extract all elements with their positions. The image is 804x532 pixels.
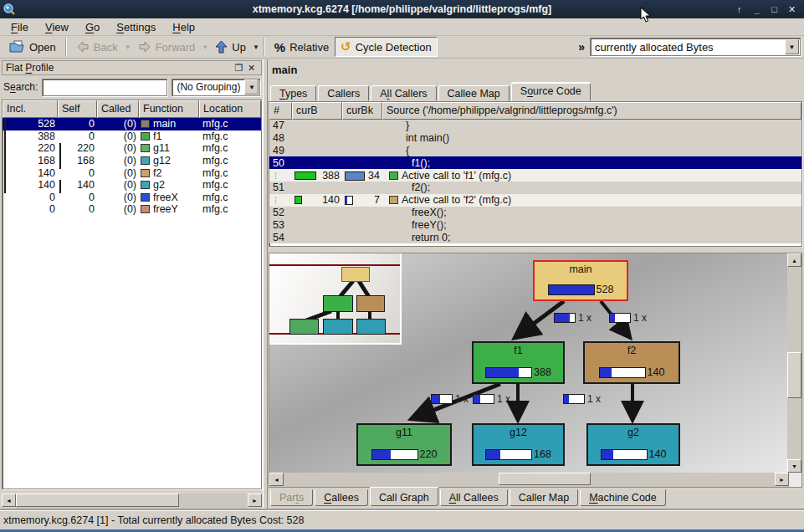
column-header-source[interactable]: Source ('/home/philippe/valgrind/littlep… [382,102,801,120]
source-header-row: # curB curBk Source ('/home/philippe/val… [269,102,801,120]
forward-button[interactable]: Forward [132,37,202,57]
grouping-select[interactable]: (No Grouping) ▼ [172,79,260,96]
table-row[interactable]: 0 0 (0) freeY mfg.c [3,203,261,216]
tab-caller-map[interactable]: Caller Map [510,489,578,506]
tree-marker-icon: ⋮ [269,171,292,180]
scrollbar-thumb[interactable] [499,473,591,485]
column-header-incl[interactable]: Incl. [3,100,58,118]
function-color-swatch [141,144,150,152]
toolbar-separator [65,38,67,56]
table-row[interactable]: 168 168 (0) g12 mfg.c [3,155,261,167]
graph-node-g11[interactable]: g11 220 [356,423,452,466]
back-button[interactable]: Back [70,37,124,57]
menu-view[interactable]: View [38,19,76,35]
dock-titlebar[interactable]: Flat Profile ❐ ✕ [2,60,262,75]
app-icon[interactable] [0,1,18,18]
function-color-swatch [141,181,150,189]
table-row[interactable]: 140 140 (0) g2 mfg.c [3,179,261,192]
tab-callee-map[interactable]: Callee Map [438,85,510,101]
tab-parts[interactable]: Parts [270,489,313,506]
dock-close-icon[interactable]: ✕ [245,63,258,74]
table-row[interactable]: 140 0 (0) f2 mfg.c [3,166,261,179]
graph-node-g12[interactable]: g12 168 [472,423,565,466]
flat-profile-hscrollbar[interactable]: ◄ ► [2,494,262,509]
tab-callers[interactable]: Callers [318,85,369,101]
scroll-left-icon[interactable]: ◄ [269,473,284,486]
back-dropdown-icon[interactable]: ▼ [124,43,132,51]
tab-source-code[interactable]: Source Code [511,83,591,101]
column-header-curbk[interactable]: curBk [342,102,382,120]
source-annotation[interactable]: ⋮ 140 7 Active call to 'f2' (mfg.c) [269,194,801,207]
source-code-view: # curB curBk Source ('/home/philippe/val… [269,101,802,247]
cost-bar [548,284,595,295]
source-annotation[interactable]: ⋮ 388 34 Active call to 'f1' (mfg.c) [269,169,801,182]
source-line[interactable]: 51 f2(); [269,182,801,194]
scroll-down-icon[interactable]: ▼ [787,459,801,473]
minimap-node-g11 [289,319,319,335]
minimize-icon[interactable]: _ [750,3,764,16]
toolbar-separator [264,38,265,56]
source-line[interactable]: 52 freeX(); [269,207,801,219]
call-graph-view[interactable]: main 528 f1 388 f2 140 g11 220 g12 168 g… [269,253,802,488]
up-dropdown-icon[interactable]: ▼ [252,43,260,51]
tab-callees[interactable]: Callees [315,489,368,506]
graph-vscrollbar[interactable]: ▲ ▼ [787,253,801,473]
forward-dropdown-icon[interactable]: ▼ [201,43,209,51]
column-header-curb[interactable]: curB [292,102,342,120]
source-line-selected[interactable]: 50 f1(); [269,156,801,169]
tab-all-callees[interactable]: All Callees [440,489,508,506]
tab-types[interactable]: Types [270,85,316,101]
toolbar-overflow-icon[interactable]: » [573,40,590,54]
graph-node-g2[interactable]: g2 140 [586,423,680,466]
shade-icon[interactable]: ↑ [732,3,746,16]
close-icon[interactable]: ✕ [785,3,799,16]
horizontal-splitter[interactable] [269,247,802,253]
graph-node-main[interactable]: main 528 [533,260,628,301]
up-button[interactable]: Up [209,37,252,57]
cost-bar [485,367,532,378]
menu-help[interactable]: Help [165,19,202,35]
graph-node-f2[interactable]: f2 140 [583,341,680,384]
scrollbar-thumb[interactable] [16,494,179,507]
table-row[interactable]: 220 220 (0) g11 mfg.c [3,142,261,155]
source-line[interactable]: 49{ [269,145,801,157]
up-icon [215,40,228,54]
cycle-detection-toggle[interactable]: ↺ Cycle Detection [335,37,438,57]
search-input[interactable] [42,79,167,96]
scroll-left-icon[interactable]: ◄ [2,494,16,507]
column-header-called[interactable]: Called [97,100,139,118]
source-line[interactable]: 48int main() [269,132,801,145]
cost-bar [601,449,648,460]
minimap-node-g12 [323,319,353,335]
function-color-swatch [141,132,150,141]
table-row[interactable]: 528 0 (0) main mfg.c [3,118,261,130]
tab-all-callers[interactable]: All Callers [371,85,436,101]
scroll-up-icon[interactable]: ▲ [787,253,801,267]
column-header-self[interactable]: Self [58,100,97,118]
float-icon[interactable]: ❐ [233,63,245,74]
table-row[interactable]: 0 0 (0) freeX mfg.c [3,192,261,204]
source-line[interactable]: 47} [269,120,801,132]
source-line[interactable]: 54 return 0; [269,231,801,243]
menu-go[interactable]: Go [78,19,107,35]
relative-toggle[interactable]: % Relative [269,37,335,57]
graph-node-f1[interactable]: f1 388 [472,341,565,384]
column-header-function[interactable]: Function [139,100,199,118]
event-type-select[interactable]: currently allocated Bytes ▼ [590,38,801,56]
source-line[interactable]: 53 freeY(); [269,218,801,231]
open-button[interactable]: Open [3,37,62,57]
scrollbar-thumb[interactable] [787,352,801,398]
column-header-location[interactable]: Location [199,100,261,118]
tab-call-graph[interactable]: Call Graph [370,488,438,506]
graph-hscrollbar[interactable]: ◄ ► [269,473,789,487]
column-header-line[interactable]: # [269,102,292,120]
graph-overview-minimap[interactable] [269,253,402,345]
menu-settings[interactable]: Settings [109,19,163,35]
scroll-right-icon[interactable]: ► [248,494,262,507]
table-row[interactable]: 388 0 (0) f1 mfg.c [3,130,261,143]
tab-machine-code[interactable]: Machine Code [580,489,666,506]
menu-file[interactable]: File [3,19,36,35]
maximize-icon[interactable]: □ [767,3,781,16]
scroll-right-icon[interactable]: ► [775,473,789,486]
vertical-splitter[interactable] [263,59,268,510]
